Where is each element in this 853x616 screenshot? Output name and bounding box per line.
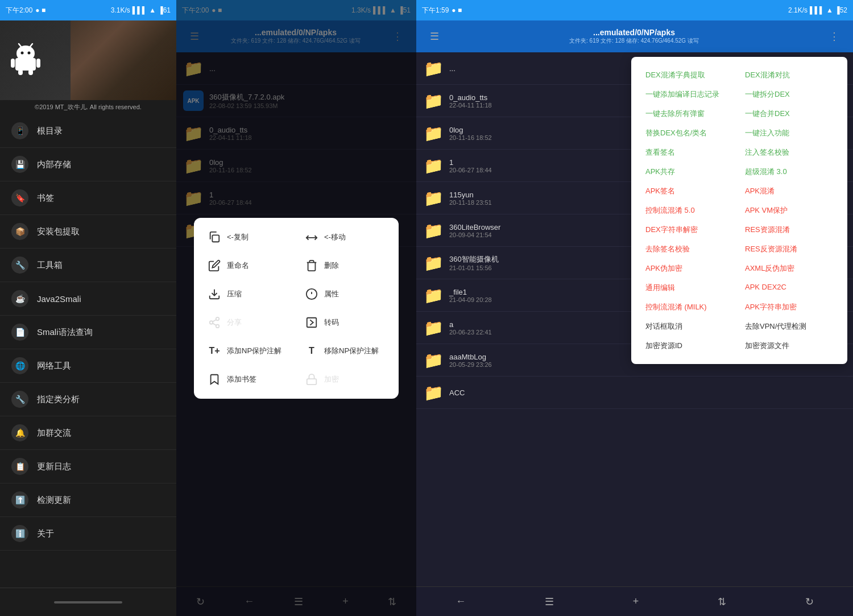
sidebar-item-apk-extract[interactable]: 📦 安装包提取 (0, 215, 176, 249)
popup-item-dex2c[interactable]: APK DEX2C (739, 278, 839, 297)
popup-item-dex-obf[interactable]: DEX混淆对抗 (739, 65, 839, 85)
ctx-add-bookmark[interactable]: 添加书签 (200, 366, 296, 393)
popup-item-gen-edit[interactable]: 通用编辑 (640, 278, 739, 297)
icons-1: ● ■ (35, 6, 45, 14)
back-button-3[interactable]: ← (449, 591, 473, 612)
context-menu-overlay[interactable]: <-复制 <-移动 重命名 (176, 0, 416, 616)
add-bookmark-icon (206, 371, 222, 387)
ctx-compress[interactable]: 压缩 (200, 280, 296, 308)
file-manager-panel: 下午2:00 ● ■ 1.3K/s ▌▌▌ ▲ ▐51 ☰ ...emulate… (176, 0, 416, 616)
sidebar-item-check-update[interactable]: ⬆️ 检测更新 (0, 483, 176, 517)
popup-item-inject-func[interactable]: 一键注入功能 (739, 123, 839, 143)
status-left-3: 下午1:59 ● ■ (422, 6, 462, 15)
folder-icon-0log-3: 📁 (423, 123, 444, 143)
signal-3: ▌▌▌ ▲ ▐52 (810, 6, 847, 14)
menu-nav-button-3[interactable]: ☰ (538, 591, 561, 613)
more-button-3[interactable]: ⋮ (822, 26, 846, 47)
list-item-acc-3[interactable]: 📁 ACC (416, 377, 853, 409)
popup-item-str-enc[interactable]: APK字符串加密 (739, 297, 839, 317)
popup-item-res-deobf[interactable]: RES反资源混淆 (739, 239, 839, 259)
ctx-share[interactable]: 分享 (200, 309, 296, 336)
refresh-button-3[interactable]: ↻ (798, 591, 821, 613)
popup-item-merge-dex[interactable]: 一键合并DEX (739, 104, 839, 123)
popup-item-apk-sign[interactable]: APK签名 (640, 181, 739, 201)
ctx-transcode[interactable]: 转码 (297, 309, 393, 336)
home-indicator (54, 601, 122, 603)
menu-button-3[interactable]: ☰ (423, 26, 446, 47)
popup-item-dex-str[interactable]: DEX字符串解密 (640, 220, 739, 239)
time-1: 下午2:00 (6, 6, 32, 15)
popup-item-flow-obf5[interactable]: 控制流混淆 5.0 (640, 201, 739, 220)
java2smali-label: Java2Smali (37, 294, 81, 304)
sidebar-item-smali-query[interactable]: 📄 Smali语法查询 (0, 316, 176, 349)
share-label: 分享 (227, 317, 242, 328)
sidebar-item-bookmark[interactable]: 🔖 书签 (0, 181, 176, 215)
popup-item-inject-sig[interactable]: 注入签名校验 (739, 143, 839, 162)
sidebar-item-root[interactable]: 📱 根目录 (0, 114, 176, 148)
popup-item-split-dex[interactable]: 一键拆分DEX (739, 85, 839, 104)
ctx-add-np[interactable]: T+ 添加NP保护注解 (200, 337, 296, 365)
popup-item-add-log[interactable]: 一键添加编译日志记录 (640, 85, 739, 104)
join-group-label: 加群交流 (37, 428, 71, 439)
sidebar-panel: 下午2:00 ● ■ 3.1K/s ▌▌▌ ▲ ▐61 (0, 0, 176, 616)
about-icon: ℹ️ (11, 525, 28, 542)
sidebar-item-about[interactable]: ℹ️ 关于 (0, 517, 176, 551)
ctx-encrypt[interactable]: 加密 (297, 366, 393, 393)
ctx-remove-np[interactable]: T 移除NP保护注解 (297, 337, 393, 365)
sidebar-item-network[interactable]: 🌐 网络工具 (0, 349, 176, 383)
popup-item-res-obf[interactable]: RES资源混淆 (739, 220, 839, 239)
popup-item-enc-res-id[interactable]: 加密资源ID (640, 336, 739, 355)
sidebar-item-update-log[interactable]: 📋 更新日志 (0, 450, 176, 483)
popup-item-apk-obf[interactable]: APK混淆 (739, 181, 839, 201)
file-toolbar-3: ☰ ...emulated/0/NP/apks 文件夹: 619 文件: 128… (416, 20, 853, 52)
sidebar-header-image (0, 20, 176, 100)
svg-rect-8 (18, 69, 23, 75)
battery-1: ▐61 (158, 6, 171, 14)
svg-rect-6 (11, 59, 15, 68)
sidebar-item-java2smali[interactable]: ☕ Java2Smali (0, 282, 176, 316)
svg-point-16 (210, 321, 213, 324)
popup-item-enc-res-file[interactable]: 加密资源文件 (739, 336, 839, 355)
update-log-label: 更新日志 (37, 461, 71, 472)
popup-item-super-obf[interactable]: 超级混淆 3.0 (739, 162, 839, 181)
move-label: <-移动 (324, 232, 346, 242)
popup-item-axml-dec[interactable]: AXML反伪加密 (739, 259, 839, 278)
popup-item-apk-fake-enc[interactable]: APK伪加密 (640, 259, 739, 278)
popup-item-dex-dict[interactable]: DEX混淆字典提取 (640, 65, 739, 85)
ctx-properties[interactable]: 属性 (297, 280, 393, 308)
copy-icon (206, 229, 222, 245)
apk-extract-icon: 📦 (11, 223, 28, 240)
sidebar-item-toolbox[interactable]: 🔧 工具箱 (0, 249, 176, 282)
sidebar-item-class-analysis[interactable]: 🔧 指定类分析 (0, 383, 176, 416)
add-np-icon: T+ (206, 343, 222, 359)
folder-icon-360lite-3: 📁 (423, 220, 444, 241)
sidebar-item-join-group[interactable]: 🔔 加群交流 (0, 416, 176, 450)
ctx-delete[interactable]: 删除 (297, 252, 393, 279)
add-np-label: 添加NP保护注解 (227, 346, 281, 356)
ctx-move[interactable]: <-移动 (297, 224, 393, 251)
rename-icon (206, 258, 222, 274)
about-label: 关于 (37, 528, 54, 539)
add-bookmark-label: 添加书签 (227, 374, 256, 385)
popup-item-view-sig[interactable]: 查看签名 (640, 143, 739, 162)
svg-line-5 (30, 44, 32, 47)
main-panel: 下午1:59 ● ■ 2.1K/s ▌▌▌ ▲ ▐52 ☰ ...emulate… (416, 0, 853, 616)
popup-item-remove-sig[interactable]: 去除签名校验 (640, 239, 739, 259)
popup-item-remove-vpn[interactable]: 去除VPN/代理检测 (739, 317, 839, 336)
ctx-rename[interactable]: 重命名 (200, 252, 296, 279)
add-button-3[interactable]: + (626, 591, 646, 612)
properties-label: 属性 (324, 289, 339, 299)
sort-button-3[interactable]: ⇅ (711, 591, 733, 613)
popup-item-remove-popup[interactable]: 一键去除所有弹窗 (640, 104, 739, 123)
popup-item-replace-pkg[interactable]: 替换DEX包名/类名 (640, 123, 739, 143)
popup-item-dialog-cancel[interactable]: 对话框取消 (640, 317, 739, 336)
ctx-copy[interactable]: <-复制 (200, 224, 296, 251)
folder-icon-a-3: 📁 (423, 317, 444, 338)
apk-extract-label: 安装包提取 (37, 226, 80, 237)
popup-item-apk-coexist[interactable]: APK共存 (640, 162, 739, 181)
svg-point-3 (28, 52, 31, 55)
sidebar-item-storage[interactable]: 💾 内部存储 (0, 148, 176, 181)
root-label: 根目录 (37, 126, 63, 137)
popup-item-apk-vm[interactable]: APK VM保护 (739, 201, 839, 220)
popup-item-flow-milk[interactable]: 控制流混淆 (MILK) (640, 297, 739, 317)
